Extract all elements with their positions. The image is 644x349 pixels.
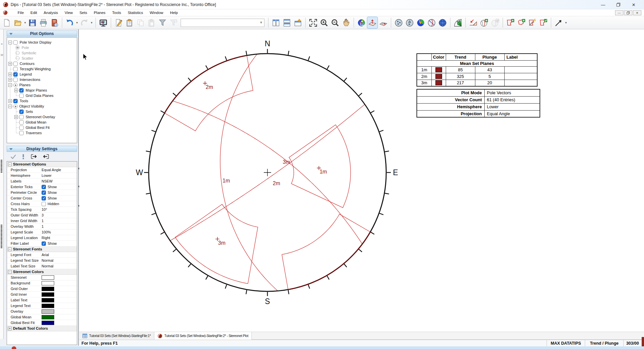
tree-item-major-planes[interactable]: +Major Planes (14, 88, 47, 93)
stereosphere-3d-button[interactable] (437, 17, 448, 28)
tree-item-global-best-fit[interactable]: Global Best Fit (14, 125, 50, 130)
add-plane-button[interactable] (479, 17, 489, 28)
grid-row-legend-scale[interactable]: Legend Scale100% (7, 229, 77, 235)
grid-row-overlay-width[interactable]: Overlay Width1 (7, 224, 77, 229)
menu-edit[interactable]: Edit (27, 11, 41, 15)
grid-category-stereonet-options[interactable]: −Stereonet Options (7, 162, 77, 167)
tile-horizontal-button[interactable] (282, 17, 292, 28)
edit-pen-button[interactable] (113, 17, 124, 28)
checkbox[interactable] (42, 196, 46, 200)
checkbox[interactable] (19, 110, 24, 114)
tree-item-object-visibility[interactable]: −Object Visibility (8, 104, 44, 109)
checkbox[interactable] (19, 120, 24, 125)
query-data-dropdown[interactable]: ▼ (564, 17, 568, 28)
kinematic-analysis-button[interactable] (468, 17, 478, 28)
filter-button[interactable] (157, 17, 168, 28)
grid-category-stereonet-colors[interactable]: −Stereonet Colors (7, 269, 77, 275)
contour-plot-button[interactable] (415, 17, 426, 28)
pan-button[interactable] (341, 17, 351, 28)
save-file-button[interactable] (27, 17, 38, 28)
grid-row-center-cross[interactable]: Center CrossShow (7, 195, 77, 201)
grid-row-background[interactable]: Background (7, 280, 77, 286)
edit-sets-button[interactable] (538, 17, 549, 28)
color-swatch[interactable] (42, 309, 54, 314)
document-tab-1[interactable]: Tutorial 03 Sets (Set Window)-StartingFi… (79, 332, 154, 340)
options-circle-icon[interactable] (13, 83, 18, 87)
edit-planes-button[interactable] (490, 17, 500, 28)
zoom-out-button[interactable] (330, 17, 340, 28)
export-settings-icon[interactable] (30, 154, 37, 160)
plot-options-header[interactable]: Plot Options (7, 31, 77, 37)
grid-row-filter-label[interactable]: Filter LabelShow (7, 241, 77, 246)
grid-row-legend-text[interactable]: Legend Text (7, 303, 77, 309)
symbol-plot-button[interactable] (404, 17, 415, 28)
set-window-2m[interactable] (165, 55, 253, 131)
grid-row-cross-hairs[interactable]: Cross HairsHidden (7, 201, 77, 207)
collapse-icon[interactable]: − (8, 163, 12, 166)
grid-row-label-text-size[interactable]: Label Text SizeNormal (7, 263, 77, 269)
checkbox[interactable] (13, 67, 18, 71)
color-swatch[interactable] (42, 275, 54, 280)
tree-item-pole-vector-display[interactable]: −Pole Vector Display (8, 40, 51, 45)
checkbox[interactable] (13, 78, 18, 82)
checkbox[interactable] (42, 202, 46, 206)
grid-category-stereonet-fonts[interactable]: −Stereonet Fonts (7, 246, 77, 252)
grid-row-stereonet[interactable]: Stereonet (7, 275, 77, 280)
grid-row-exterior-ticks[interactable]: Exterior TicksShow (7, 184, 77, 190)
color-swatch[interactable] (42, 281, 54, 285)
color-swatch[interactable] (42, 304, 54, 308)
tree-item-stereonet-overlay[interactable]: +Stereonet Overlay (14, 114, 55, 120)
plane-trace-mode-button[interactable] (378, 17, 389, 28)
paste-button[interactable] (146, 17, 157, 28)
checkbox[interactable] (13, 62, 18, 66)
menu-file[interactable]: File (14, 11, 27, 15)
grid-row-perimeter-circle[interactable]: Perimeter CircleShow (7, 190, 77, 195)
checkbox[interactable] (13, 40, 18, 45)
undo-button[interactable] (65, 17, 75, 28)
rosette-plot-button[interactable] (453, 17, 463, 28)
pole-plot-button[interactable] (394, 17, 404, 28)
color-swatch[interactable] (42, 321, 54, 325)
menu-view[interactable]: View (61, 11, 76, 15)
checkbox[interactable] (13, 99, 18, 103)
child-minimize-button[interactable]: — (615, 10, 623, 15)
grid-row-global-best-fit[interactable]: Global Best Fit (7, 320, 77, 326)
grid-row-overlay[interactable]: Overlay (7, 309, 77, 314)
color-swatch[interactable] (42, 315, 54, 319)
grid-row-legend-text-size[interactable]: Legend Text SizeNormal (7, 258, 77, 263)
tree-item-global-mean[interactable]: Global Mean (14, 120, 46, 125)
stereonet-zoom-button[interactable] (356, 17, 367, 28)
minimize-button[interactable]: — (595, 0, 611, 9)
grid-row-legend-location[interactable]: Legend LocationRight (7, 235, 77, 241)
checkbox[interactable] (42, 190, 46, 195)
grid-row-tick-spacing[interactable]: Tick Spacing10° (7, 207, 77, 212)
checkbox[interactable] (19, 126, 24, 130)
query-data-button[interactable] (554, 17, 564, 28)
menu-tools[interactable]: Tools (109, 11, 124, 15)
apply-check-icon[interactable] (10, 154, 17, 160)
menu-statistics[interactable]: Statistics (124, 11, 146, 15)
close-button[interactable]: ✕ (626, 0, 641, 9)
collapse-icon[interactable]: − (8, 41, 12, 44)
menu-sets[interactable]: Sets (76, 11, 90, 15)
open-file-dropdown[interactable]: ▼ (23, 17, 27, 28)
zoom-all-button[interactable] (308, 17, 318, 28)
menu-help[interactable]: Help (167, 11, 181, 15)
info-document-button[interactable]: i (49, 17, 60, 28)
tile-vertical-button[interactable] (271, 17, 281, 28)
grid-row-label-text[interactable]: Label Text (7, 297, 77, 303)
checkbox[interactable] (19, 115, 24, 119)
menu-planes[interactable]: Planes (90, 11, 109, 15)
add-set-window-button[interactable] (505, 17, 516, 28)
major-planes-plot-button[interactable] (426, 17, 437, 28)
undo-dropdown[interactable]: ▼ (75, 17, 79, 28)
color-swatch[interactable] (42, 298, 54, 302)
add-set-freeform-button[interactable] (516, 17, 527, 28)
print-button[interactable] (38, 17, 49, 28)
grid-row-grid-inner[interactable]: Grid Inner (7, 292, 77, 297)
grid-row-grid-outer[interactable]: Grid Outer (7, 286, 77, 292)
redo-dropdown[interactable]: ▼ (90, 17, 93, 28)
rail-grip[interactable] (1, 160, 2, 173)
auto-create-sets-button[interactable] (527, 17, 538, 28)
collapse-icon[interactable]: − (8, 247, 12, 251)
